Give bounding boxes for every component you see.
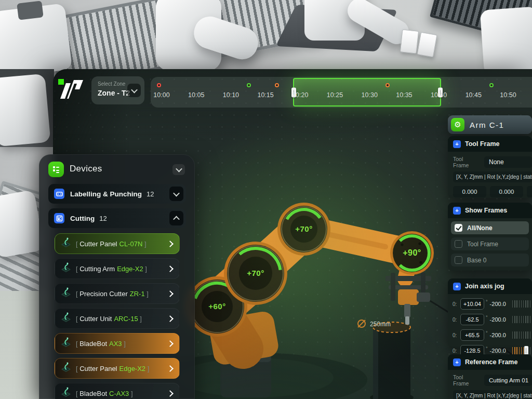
axis-value-input[interactable]: +65.5 bbox=[460, 329, 484, 341]
chevron-right-icon bbox=[167, 241, 174, 247]
device-open-button[interactable] bbox=[168, 316, 172, 321]
pose-value-input[interactable]: 0.000 bbox=[453, 186, 486, 197]
chevron-right-icon bbox=[167, 265, 174, 272]
device-model: C-AX3 bbox=[109, 390, 129, 397]
device-open-button[interactable] bbox=[168, 291, 172, 296]
checkbox-icon[interactable] bbox=[455, 240, 462, 248]
pose-value-input[interactable]: 0.000 bbox=[527, 186, 532, 197]
zone-selector-dropdown-button[interactable] bbox=[127, 84, 141, 97]
reference-frame-card: + Reference Frame Tool Frame Cutting Arm… bbox=[448, 354, 532, 399]
zone-selector-label: Select Zone bbox=[98, 81, 125, 87]
checkbox-checked-icon[interactable] bbox=[455, 224, 462, 232]
device-name: Cutter Panel bbox=[79, 240, 117, 248]
axis-jog-row: 0:-62.5°-200.0 bbox=[448, 313, 532, 326]
arm-panel-title: Arm C-1 bbox=[470, 121, 504, 129]
pose-value-input[interactable]: 0.000 bbox=[490, 186, 523, 197]
bracket: ] bbox=[145, 365, 149, 373]
joint-angle-label: +70° bbox=[295, 224, 312, 233]
reference-frame-title: Reference Frame bbox=[465, 358, 517, 366]
device-item[interactable]: [ BladeBotC-AX3 ] bbox=[55, 383, 180, 399]
device-item[interactable]: [ Cutter PanelEdge-X2 ] bbox=[55, 358, 180, 379]
axis-jog-row: 0:+65.5°-200.0 bbox=[448, 329, 532, 341]
device-item[interactable]: [ Cutter UnitARC-15 ] bbox=[55, 308, 180, 329]
device-item-label: [ BladeBotC-AX3 ] bbox=[76, 390, 133, 397]
tool-frame-select[interactable]: None bbox=[484, 156, 532, 168]
devices-collapse-button[interactable] bbox=[172, 164, 185, 175]
device-item-label: [ Cutter PanelEdge-X2 ] bbox=[76, 365, 149, 373]
device-item[interactable]: [ Cutting ArmEdge-X2 ] bbox=[55, 258, 180, 279]
device-item[interactable]: [ Cutter PanelCL-07N ] bbox=[55, 233, 180, 254]
reference-frame-card-header[interactable]: + Reference Frame bbox=[448, 354, 532, 370]
photo-robot bbox=[0, 74, 51, 147]
arm-panel-header[interactable]: ⚙ Arm C-1 bbox=[448, 115, 532, 134]
frame-option-list: All/NoneTool FrameBase 0 bbox=[448, 221, 532, 267]
device-group-count: 12 bbox=[99, 215, 107, 222]
device-name: Cutter Panel bbox=[79, 365, 117, 373]
timeline-tick-label: 10:05 bbox=[188, 91, 204, 99]
show-frames-card-header[interactable]: + Show Frames bbox=[448, 203, 532, 218]
device-model: AX3 bbox=[109, 340, 122, 348]
bracket: ] bbox=[129, 390, 132, 397]
diameter-label: 250mm bbox=[370, 321, 391, 328]
group-collapse-button[interactable] bbox=[169, 211, 183, 225]
device-model: Edge-X2 bbox=[117, 265, 143, 273]
brand-logo[interactable] bbox=[58, 77, 85, 101]
device-3d-icon bbox=[60, 287, 72, 300]
timeline[interactable]: 10:0010:0510:1010:1510:2010:2510:3010:35… bbox=[151, 77, 532, 108]
frame-option-all-none[interactable]: All/None bbox=[451, 221, 529, 234]
photo-robot-head bbox=[17, 1, 44, 20]
show-frames-title: Show Frames bbox=[465, 207, 507, 214]
axis-min-label: -200.0 bbox=[490, 332, 511, 338]
axis-jog-card: + Join axis jog 0:+10.04°-200.00:-62.5°-… bbox=[448, 278, 532, 348]
zone-selector[interactable]: Select Zone Zone - T2 bbox=[91, 76, 144, 104]
reference-frame-select[interactable]: Cutting Arm 01 bbox=[484, 375, 532, 386]
timeline-event-marker[interactable] bbox=[157, 83, 161, 87]
devices-panel-title: Devices bbox=[70, 164, 102, 174]
add-icon: + bbox=[453, 358, 461, 366]
tool-frame-card-header[interactable]: + Tool Frame bbox=[448, 136, 532, 152]
device-open-button[interactable] bbox=[168, 242, 172, 246]
zone-selector-value: Zone - T2 bbox=[98, 89, 130, 97]
frame-option-tool-frame[interactable]: Tool Frame bbox=[451, 237, 529, 250]
device-item-label: [ BladeBotAX3 ] bbox=[76, 340, 126, 348]
add-icon: + bbox=[453, 140, 461, 148]
device-open-button[interactable] bbox=[168, 267, 172, 271]
timeline-event-marker[interactable] bbox=[247, 83, 251, 87]
timeline-event-marker[interactable] bbox=[275, 83, 279, 87]
device-item[interactable]: [ Precision CutterZR-1 ] bbox=[55, 283, 180, 304]
checkbox-icon[interactable] bbox=[455, 256, 462, 264]
axis-jog-slider[interactable] bbox=[512, 331, 532, 339]
device-group-count: 12 bbox=[147, 190, 154, 198]
show-frames-card: + Show Frames All/NoneTool FrameBase 0 bbox=[448, 203, 532, 271]
axis-value-input[interactable]: -62.5 bbox=[460, 314, 484, 325]
axis-jog-slider[interactable] bbox=[512, 316, 532, 323]
device-name: BladeBot bbox=[79, 390, 107, 397]
axis-value-input[interactable]: +10.04 bbox=[460, 298, 484, 310]
axis-label: 0: bbox=[453, 332, 459, 338]
axis-jog-slider[interactable] bbox=[512, 300, 532, 308]
device-item[interactable]: [ BladeBotAX3 ] bbox=[55, 333, 180, 354]
device-open-button[interactable] bbox=[168, 341, 172, 346]
timeline-event-marker[interactable] bbox=[489, 83, 494, 87]
axis-jog-card-header[interactable]: + Join axis jog bbox=[448, 278, 532, 294]
category-icon bbox=[54, 189, 64, 199]
timeline-tick-label: 10:40 bbox=[431, 91, 447, 99]
device-group-cutting[interactable]: Cutting12 bbox=[48, 208, 186, 228]
cylinder-highlight bbox=[373, 327, 378, 399]
group-collapse-button[interactable] bbox=[169, 187, 183, 201]
chevron-right-icon bbox=[167, 290, 174, 297]
cylinder bbox=[373, 327, 410, 399]
axis-jog-slider[interactable] bbox=[512, 347, 532, 354]
device-3d-icon bbox=[60, 237, 72, 250]
device-model: Edge-X2 bbox=[119, 365, 146, 373]
frame-option-base-0[interactable]: Base 0 bbox=[451, 254, 529, 267]
device-group-labelling-punching[interactable]: Labelling & Punching12 bbox=[48, 184, 186, 204]
device-open-button[interactable] bbox=[168, 391, 172, 396]
slider-active-range bbox=[512, 347, 525, 354]
tool-frame-field-label: Tool Frame bbox=[453, 156, 480, 168]
timeline-tick-label: 10:10 bbox=[223, 91, 239, 99]
device-open-button[interactable] bbox=[168, 366, 172, 371]
chevron-down-icon bbox=[173, 190, 180, 196]
timeline-tick-label: 10:50 bbox=[500, 91, 516, 99]
joint-angle-label: +60° bbox=[208, 302, 225, 311]
